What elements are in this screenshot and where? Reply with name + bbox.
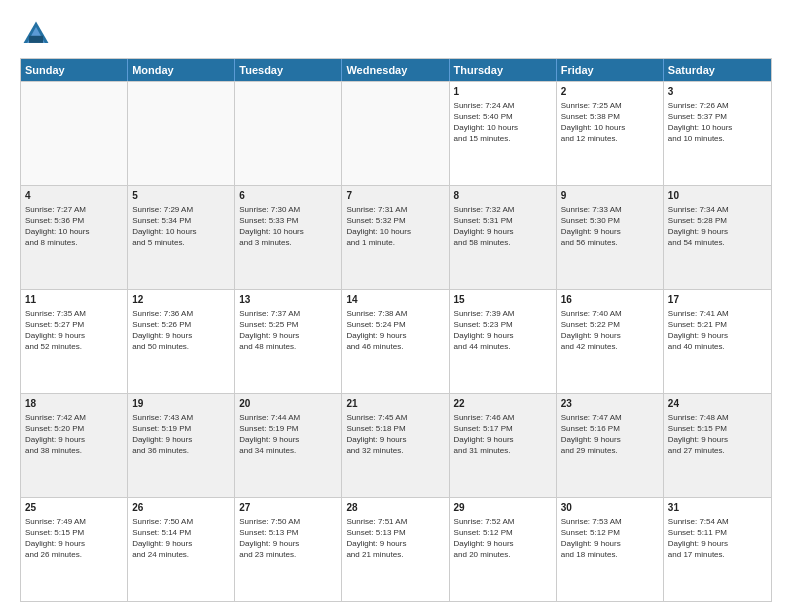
day-number: 26 <box>132 501 230 515</box>
calendar-cell: 2Sunrise: 7:25 AM Sunset: 5:38 PM Daylig… <box>557 82 664 185</box>
cell-text: Sunrise: 7:47 AM Sunset: 5:16 PM Dayligh… <box>561 412 659 457</box>
day-number: 3 <box>668 85 767 99</box>
cell-text: Sunrise: 7:38 AM Sunset: 5:24 PM Dayligh… <box>346 308 444 353</box>
day-number: 8 <box>454 189 552 203</box>
cell-text: Sunrise: 7:32 AM Sunset: 5:31 PM Dayligh… <box>454 204 552 249</box>
calendar-row: 18Sunrise: 7:42 AM Sunset: 5:20 PM Dayli… <box>21 393 771 497</box>
day-number: 17 <box>668 293 767 307</box>
calendar-body: 1Sunrise: 7:24 AM Sunset: 5:40 PM Daylig… <box>21 81 771 601</box>
day-number: 15 <box>454 293 552 307</box>
day-number: 10 <box>668 189 767 203</box>
calendar-cell: 4Sunrise: 7:27 AM Sunset: 5:36 PM Daylig… <box>21 186 128 289</box>
day-number: 11 <box>25 293 123 307</box>
calendar-cell: 17Sunrise: 7:41 AM Sunset: 5:21 PM Dayli… <box>664 290 771 393</box>
calendar-cell <box>128 82 235 185</box>
calendar-cell: 9Sunrise: 7:33 AM Sunset: 5:30 PM Daylig… <box>557 186 664 289</box>
calendar-cell: 19Sunrise: 7:43 AM Sunset: 5:19 PM Dayli… <box>128 394 235 497</box>
cell-text: Sunrise: 7:30 AM Sunset: 5:33 PM Dayligh… <box>239 204 337 249</box>
day-number: 19 <box>132 397 230 411</box>
day-number: 20 <box>239 397 337 411</box>
calendar-cell <box>235 82 342 185</box>
day-number: 2 <box>561 85 659 99</box>
day-number: 21 <box>346 397 444 411</box>
cell-text: Sunrise: 7:29 AM Sunset: 5:34 PM Dayligh… <box>132 204 230 249</box>
day-number: 6 <box>239 189 337 203</box>
calendar-row: 25Sunrise: 7:49 AM Sunset: 5:15 PM Dayli… <box>21 497 771 601</box>
cell-text: Sunrise: 7:48 AM Sunset: 5:15 PM Dayligh… <box>668 412 767 457</box>
day-number: 12 <box>132 293 230 307</box>
calendar-cell: 11Sunrise: 7:35 AM Sunset: 5:27 PM Dayli… <box>21 290 128 393</box>
cell-text: Sunrise: 7:37 AM Sunset: 5:25 PM Dayligh… <box>239 308 337 353</box>
cell-text: Sunrise: 7:54 AM Sunset: 5:11 PM Dayligh… <box>668 516 767 561</box>
calendar-header-cell: Sunday <box>21 59 128 81</box>
calendar-cell: 21Sunrise: 7:45 AM Sunset: 5:18 PM Dayli… <box>342 394 449 497</box>
day-number: 27 <box>239 501 337 515</box>
cell-text: Sunrise: 7:43 AM Sunset: 5:19 PM Dayligh… <box>132 412 230 457</box>
cell-text: Sunrise: 7:41 AM Sunset: 5:21 PM Dayligh… <box>668 308 767 353</box>
calendar-cell: 1Sunrise: 7:24 AM Sunset: 5:40 PM Daylig… <box>450 82 557 185</box>
cell-text: Sunrise: 7:36 AM Sunset: 5:26 PM Dayligh… <box>132 308 230 353</box>
calendar-row: 1Sunrise: 7:24 AM Sunset: 5:40 PM Daylig… <box>21 81 771 185</box>
day-number: 13 <box>239 293 337 307</box>
day-number: 9 <box>561 189 659 203</box>
calendar-header-cell: Friday <box>557 59 664 81</box>
day-number: 23 <box>561 397 659 411</box>
calendar-header-cell: Wednesday <box>342 59 449 81</box>
header <box>20 18 772 50</box>
day-number: 7 <box>346 189 444 203</box>
calendar-cell: 13Sunrise: 7:37 AM Sunset: 5:25 PM Dayli… <box>235 290 342 393</box>
calendar-cell: 6Sunrise: 7:30 AM Sunset: 5:33 PM Daylig… <box>235 186 342 289</box>
day-number: 16 <box>561 293 659 307</box>
calendar-header-cell: Monday <box>128 59 235 81</box>
day-number: 25 <box>25 501 123 515</box>
cell-text: Sunrise: 7:45 AM Sunset: 5:18 PM Dayligh… <box>346 412 444 457</box>
cell-text: Sunrise: 7:49 AM Sunset: 5:15 PM Dayligh… <box>25 516 123 561</box>
calendar-cell: 15Sunrise: 7:39 AM Sunset: 5:23 PM Dayli… <box>450 290 557 393</box>
day-number: 30 <box>561 501 659 515</box>
calendar-cell <box>342 82 449 185</box>
logo <box>20 18 56 50</box>
cell-text: Sunrise: 7:33 AM Sunset: 5:30 PM Dayligh… <box>561 204 659 249</box>
calendar-header-cell: Tuesday <box>235 59 342 81</box>
cell-text: Sunrise: 7:42 AM Sunset: 5:20 PM Dayligh… <box>25 412 123 457</box>
day-number: 29 <box>454 501 552 515</box>
day-number: 28 <box>346 501 444 515</box>
logo-icon <box>20 18 52 50</box>
cell-text: Sunrise: 7:50 AM Sunset: 5:13 PM Dayligh… <box>239 516 337 561</box>
calendar-row: 11Sunrise: 7:35 AM Sunset: 5:27 PM Dayli… <box>21 289 771 393</box>
calendar-cell: 16Sunrise: 7:40 AM Sunset: 5:22 PM Dayli… <box>557 290 664 393</box>
cell-text: Sunrise: 7:24 AM Sunset: 5:40 PM Dayligh… <box>454 100 552 145</box>
cell-text: Sunrise: 7:50 AM Sunset: 5:14 PM Dayligh… <box>132 516 230 561</box>
calendar-cell: 7Sunrise: 7:31 AM Sunset: 5:32 PM Daylig… <box>342 186 449 289</box>
calendar-cell: 5Sunrise: 7:29 AM Sunset: 5:34 PM Daylig… <box>128 186 235 289</box>
day-number: 31 <box>668 501 767 515</box>
calendar-cell: 12Sunrise: 7:36 AM Sunset: 5:26 PM Dayli… <box>128 290 235 393</box>
calendar-cell: 23Sunrise: 7:47 AM Sunset: 5:16 PM Dayli… <box>557 394 664 497</box>
calendar-cell: 31Sunrise: 7:54 AM Sunset: 5:11 PM Dayli… <box>664 498 771 601</box>
cell-text: Sunrise: 7:27 AM Sunset: 5:36 PM Dayligh… <box>25 204 123 249</box>
calendar: SundayMondayTuesdayWednesdayThursdayFrid… <box>20 58 772 602</box>
calendar-cell: 20Sunrise: 7:44 AM Sunset: 5:19 PM Dayli… <box>235 394 342 497</box>
cell-text: Sunrise: 7:39 AM Sunset: 5:23 PM Dayligh… <box>454 308 552 353</box>
cell-text: Sunrise: 7:35 AM Sunset: 5:27 PM Dayligh… <box>25 308 123 353</box>
day-number: 24 <box>668 397 767 411</box>
day-number: 1 <box>454 85 552 99</box>
cell-text: Sunrise: 7:52 AM Sunset: 5:12 PM Dayligh… <box>454 516 552 561</box>
calendar-row: 4Sunrise: 7:27 AM Sunset: 5:36 PM Daylig… <box>21 185 771 289</box>
calendar-cell: 8Sunrise: 7:32 AM Sunset: 5:31 PM Daylig… <box>450 186 557 289</box>
calendar-cell: 25Sunrise: 7:49 AM Sunset: 5:15 PM Dayli… <box>21 498 128 601</box>
calendar-cell: 27Sunrise: 7:50 AM Sunset: 5:13 PM Dayli… <box>235 498 342 601</box>
calendar-cell: 28Sunrise: 7:51 AM Sunset: 5:13 PM Dayli… <box>342 498 449 601</box>
calendar-cell: 18Sunrise: 7:42 AM Sunset: 5:20 PM Dayli… <box>21 394 128 497</box>
day-number: 18 <box>25 397 123 411</box>
day-number: 4 <box>25 189 123 203</box>
calendar-cell: 10Sunrise: 7:34 AM Sunset: 5:28 PM Dayli… <box>664 186 771 289</box>
calendar-header: SundayMondayTuesdayWednesdayThursdayFrid… <box>21 59 771 81</box>
cell-text: Sunrise: 7:46 AM Sunset: 5:17 PM Dayligh… <box>454 412 552 457</box>
calendar-header-cell: Thursday <box>450 59 557 81</box>
cell-text: Sunrise: 7:34 AM Sunset: 5:28 PM Dayligh… <box>668 204 767 249</box>
calendar-cell: 22Sunrise: 7:46 AM Sunset: 5:17 PM Dayli… <box>450 394 557 497</box>
cell-text: Sunrise: 7:53 AM Sunset: 5:12 PM Dayligh… <box>561 516 659 561</box>
day-number: 14 <box>346 293 444 307</box>
cell-text: Sunrise: 7:44 AM Sunset: 5:19 PM Dayligh… <box>239 412 337 457</box>
